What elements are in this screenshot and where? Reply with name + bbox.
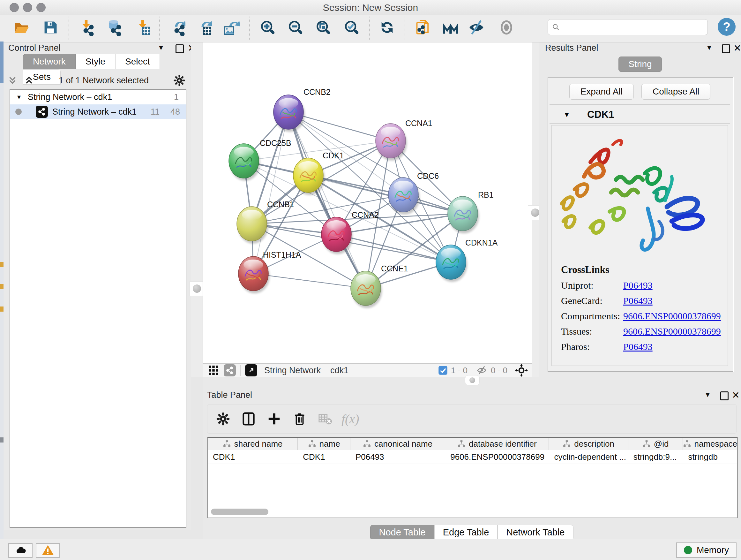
tab-node-table[interactable]: Node Table <box>370 525 434 540</box>
network-collection-row[interactable]: ▾ String Network – cdk1 1 <box>10 90 186 105</box>
control-panel-float-icon[interactable]: ▾ <box>159 43 163 52</box>
import-network-database-icon[interactable] <box>105 17 122 38</box>
first-neighbors-icon[interactable] <box>442 17 459 38</box>
horizontal-divider[interactable] <box>203 377 741 390</box>
collapse-all-button[interactable]: Collapse All <box>642 84 711 100</box>
import-network-file-icon[interactable] <box>78 17 94 38</box>
tree-collapse-icon[interactable]: ▾ <box>17 93 21 101</box>
selected-checkbox-icon[interactable] <box>438 366 448 375</box>
column-header-namespace[interactable]: namespace <box>683 438 737 450</box>
divider-collapse-handle[interactable] <box>190 281 204 296</box>
crosslink-link[interactable]: P06493 <box>623 280 653 291</box>
network-options-gear-icon[interactable] <box>173 74 186 87</box>
memory-button[interactable]: Memory <box>676 543 737 558</box>
network-edge[interactable] <box>288 112 366 288</box>
control-panel-maximize-icon[interactable] <box>176 44 184 53</box>
gene-header-row[interactable]: ▾ CDK1 <box>549 106 730 124</box>
zoom-fit-content-icon[interactable] <box>315 17 332 38</box>
hidden-eye-slash-icon[interactable] <box>477 365 488 376</box>
network-node-RB1[interactable] <box>448 196 479 233</box>
column-header-description[interactable]: description <box>549 438 628 450</box>
network-view-title: String Network – cdk1 <box>264 366 348 375</box>
search-field[interactable] <box>548 19 708 35</box>
network-node-CCNB2[interactable] <box>273 95 305 132</box>
network-node-CCNE1[interactable] <box>351 271 382 308</box>
network-node-CCNA2[interactable] <box>321 217 353 254</box>
network-edge[interactable] <box>253 112 288 273</box>
open-in-browser-icon[interactable] <box>245 364 257 376</box>
cloud-status-button[interactable] <box>8 543 32 558</box>
tab-edge-table[interactable]: Edge Table <box>434 525 498 540</box>
tab-style[interactable]: Style <box>76 54 115 69</box>
network-node-CCNB1[interactable] <box>237 206 268 244</box>
crosslink-link[interactable]: P06493 <box>623 341 653 352</box>
hide-selection-icon[interactable] <box>468 17 485 38</box>
export-network-icon[interactable] <box>169 17 185 38</box>
tab-select[interactable]: Select <box>115 54 160 69</box>
show-columns-icon[interactable] <box>241 412 256 426</box>
zoom-in-icon[interactable] <box>260 17 276 38</box>
table-panel-close-icon[interactable]: ✕ <box>732 389 740 401</box>
delete-column-icon[interactable] <box>292 412 307 426</box>
table-row[interactable]: CDK1CDK1P064939606.ENSP00000378699cyclin… <box>208 450 737 464</box>
column-label: database identifier <box>469 439 536 449</box>
results-panel-close-icon[interactable]: ✕ <box>733 43 741 54</box>
column-header-canonicalname[interactable]: canonical name <box>350 438 445 450</box>
column-header-databaseidentifier[interactable]: database identifier <box>445 438 549 450</box>
tab-string[interactable]: String <box>618 57 662 72</box>
tab-network-table[interactable]: Network Table <box>497 525 573 540</box>
add-column-icon[interactable] <box>267 412 281 426</box>
save-session-icon[interactable] <box>42 17 59 38</box>
results-panel-maximize-icon[interactable] <box>722 44 730 53</box>
node-label: CDC6 <box>417 172 439 180</box>
network-badge-icon[interactable] <box>224 364 236 376</box>
column-header-name[interactable]: name <box>298 438 350 450</box>
export-image-icon[interactable] <box>223 17 240 38</box>
table-panel-maximize-icon[interactable] <box>720 391 729 400</box>
help-icon[interactable]: ? <box>718 18 736 36</box>
show-all-icon[interactable] <box>498 17 515 38</box>
results-panel: Results Panel ▾ ✕ String Expand All Coll… <box>539 43 741 382</box>
new-network-from-selection-icon[interactable] <box>415 17 431 38</box>
network-graph[interactable]: CCNB2 CCNA1 CDC25B CDK1 CDC6 RB1 CCNB1 <box>203 43 533 363</box>
table-panel-float-icon[interactable]: ▾ <box>705 389 710 399</box>
zoom-selected-icon[interactable] <box>344 17 360 38</box>
network-edge[interactable] <box>253 273 366 288</box>
table-options-gear-icon[interactable] <box>216 412 230 426</box>
collapse-all-icon[interactable] <box>7 75 18 86</box>
grid-view-icon[interactable] <box>208 365 219 376</box>
refresh-layout-icon[interactable] <box>379 17 395 38</box>
network-node-CDC25B[interactable] <box>229 144 260 181</box>
network-node-HIST1H1A[interactable] <box>239 256 270 294</box>
zoom-out-icon[interactable] <box>287 17 304 38</box>
network-row[interactable]: String Network – cdk1 11 48 <box>10 105 186 119</box>
network-node-count: 11 <box>151 107 159 117</box>
vertical-divider-right[interactable] <box>532 43 539 377</box>
table-toolbar: f(x) <box>207 404 737 434</box>
gene-collapse-icon[interactable]: ▾ <box>565 110 569 119</box>
open-session-icon[interactable] <box>13 17 30 38</box>
export-table-icon[interactable] <box>195 17 212 38</box>
pan-crosshair-icon[interactable] <box>515 364 528 377</box>
import-table-icon[interactable] <box>134 17 151 38</box>
crosslink-link[interactable]: 9606.ENSP00000378699 <box>623 311 721 321</box>
search-input[interactable] <box>563 22 708 33</box>
expand-all-icon[interactable] <box>23 75 35 86</box>
vertical-divider-left[interactable] <box>191 43 203 377</box>
network-canvas[interactable]: CCNB2 CCNA1 CDC25B CDK1 CDC6 RB1 CCNB1 <box>203 43 533 363</box>
network-edge[interactable] <box>336 234 451 262</box>
expand-all-button[interactable]: Expand All <box>569 84 634 100</box>
network-node-CDKN1A[interactable] <box>436 245 467 282</box>
horizontal-scrollbar-thumb[interactable] <box>211 509 268 515</box>
table-cell: P06493 <box>350 450 445 463</box>
network-node-CDK1[interactable] <box>293 158 325 195</box>
tab-network[interactable]: Network <box>23 54 76 69</box>
column-header-sharedname[interactable]: shared name <box>208 438 298 450</box>
column-header-id[interactable]: @id <box>628 438 683 450</box>
results-panel-float-icon[interactable]: ▾ <box>707 43 711 52</box>
crosslink-link[interactable]: P06493 <box>623 295 653 306</box>
divider-collapse-handle[interactable] <box>465 375 480 385</box>
warnings-button[interactable] <box>36 543 60 558</box>
crosslink-link[interactable]: 9606.ENSP00000378699 <box>623 326 721 337</box>
network-node-CCNA1[interactable] <box>376 124 407 161</box>
